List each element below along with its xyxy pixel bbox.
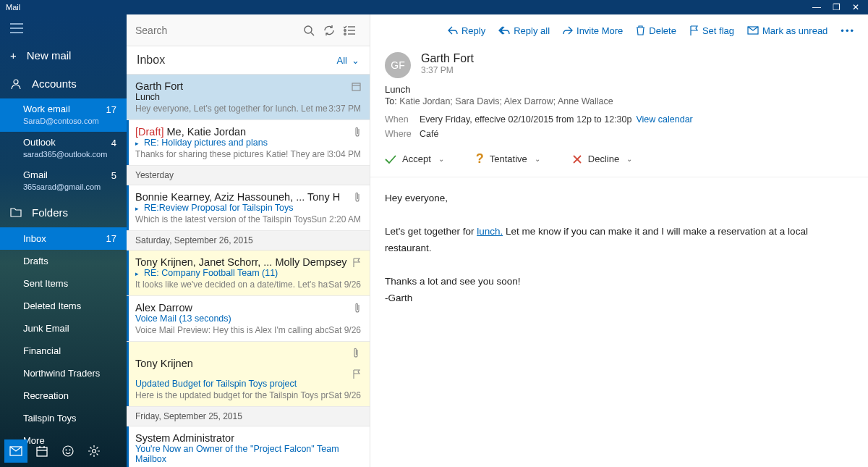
folder-label: Deleted Items <box>23 300 81 311</box>
sync-icon[interactable] <box>323 25 344 36</box>
action-bar: Reply Reply all Invite More Delete Set f… <box>370 14 868 46</box>
message-item[interactable]: Bonnie Kearney, Aziz Hassouneh, ... Tony… <box>127 185 370 231</box>
message-item[interactable]: System AdministratorYou're Now an Owner … <box>127 426 370 467</box>
sender-name: Garth Fort <box>421 52 474 65</box>
account-item[interactable]: Outlooksarad365@outlook.com4 <box>0 132 127 165</box>
message-item[interactable]: Garth FortLunchHey everyone, Let's get t… <box>127 75 370 120</box>
filter-dropdown[interactable]: All⌄ <box>337 55 359 66</box>
folder-item[interactable]: Northwind Traders <box>0 362 127 384</box>
message-body: Hey everyone, Let's get together for lun… <box>370 177 868 320</box>
folder-label: Tailspin Toys <box>23 413 76 424</box>
when-label: When <box>385 114 420 125</box>
avatar: GF <box>385 52 411 78</box>
message-subject: You're Now an Owner of the "Project Falc… <box>135 444 361 464</box>
folder-count: 17 <box>106 233 116 244</box>
folder-item[interactable]: Sent Items <box>0 272 127 295</box>
message-from: Garth Fort <box>135 80 183 92</box>
decline-button[interactable]: Decline⌄ <box>572 153 632 164</box>
calendar-icon[interactable] <box>30 439 54 463</box>
folders-header: Folders <box>0 198 127 227</box>
maximize-icon[interactable]: ❐ <box>833 2 841 12</box>
mail-icon[interactable] <box>4 439 27 463</box>
message-subject: Lunch <box>135 92 361 102</box>
sidebar: + New mail Accounts Work emailSaraD@cont… <box>0 14 127 467</box>
account-item[interactable]: Work emailSaraD@contoso.com17 <box>0 98 127 132</box>
message-preview: It looks like we've decided on a date/ti… <box>135 279 328 290</box>
feedback-icon[interactable] <box>56 439 80 463</box>
tentative-button[interactable]: ?Tentative⌄ <box>476 151 540 167</box>
folder-item[interactable]: Inbox17 <box>0 227 127 250</box>
message-time: 3:04 PM <box>328 149 361 159</box>
delete-button[interactable]: Delete <box>636 25 676 36</box>
message-item[interactable]: Tony Krijnen, Janet Schorr, ... Molly De… <box>127 251 370 296</box>
search-input[interactable] <box>135 25 303 36</box>
message-subject: Updated Budget for Tailspin Toys project <box>135 379 361 389</box>
message-from: [Draft] Me, Katie Jordan <box>135 126 246 138</box>
more-actions-button[interactable]: ••• <box>841 25 855 36</box>
minimize-icon[interactable]: — <box>812 2 821 12</box>
reading-pane: Reply Reply all Invite More Delete Set f… <box>370 14 868 467</box>
message-preview: Thanks for sharing these pictures Katie!… <box>135 149 328 159</box>
message-preview: Which is the latest version of the Tails… <box>135 214 311 224</box>
folders-label: Folders <box>32 206 68 219</box>
message-from: Tony Krijnen <box>135 358 193 369</box>
folder-item[interactable]: Tailspin Toys <box>0 407 127 429</box>
message-from: Tony Krijnen, Janet Schorr, ... Molly De… <box>135 256 347 268</box>
message-indicator-icon <box>352 348 361 379</box>
account-item[interactable]: Gmail365sarad@gmail.com5 <box>0 164 127 198</box>
message-subject: RE:Review Proposal for Tailspin Toys <box>135 203 361 213</box>
account-count: 4 <box>111 136 116 150</box>
message-indicator-icon <box>352 258 361 267</box>
message-item[interactable]: [Draft] Me, Katie JordanRE: Holiday pict… <box>127 120 370 166</box>
chevron-down-icon: ⌄ <box>352 55 359 66</box>
reply-all-button[interactable]: Reply all <box>498 25 550 36</box>
chevron-down-icon: ⌄ <box>626 155 632 163</box>
chevron-down-icon: ⌄ <box>535 155 540 163</box>
folder-item[interactable]: Financial <box>0 340 127 362</box>
accounts-header: Accounts <box>0 69 127 98</box>
title-bar: Mail — ❐ ✕ <box>0 0 868 14</box>
body-link[interactable]: lunch. <box>477 226 503 237</box>
close-icon[interactable]: ✕ <box>852 2 859 12</box>
svg-point-9 <box>63 446 73 456</box>
select-mode-icon[interactable] <box>344 25 364 35</box>
set-flag-button[interactable]: Set flag <box>689 25 734 36</box>
message-subject: RE: Holiday pictures and plans <box>135 138 361 148</box>
new-mail-button[interactable]: + New mail <box>0 42 127 69</box>
message-subject: Voice Mail (13 seconds) <box>135 314 361 324</box>
invite-more-button[interactable]: Invite More <box>563 25 623 36</box>
svg-rect-20 <box>352 83 360 91</box>
svg-point-18 <box>344 29 346 30</box>
folder-item[interactable]: Recreation <box>0 384 127 407</box>
search-icon[interactable] <box>303 25 323 36</box>
where-label: Where <box>385 129 420 139</box>
message-subject: Lunch <box>370 84 868 95</box>
folder-icon <box>10 207 22 217</box>
where-value: Café <box>420 129 438 139</box>
svg-rect-5 <box>37 447 47 456</box>
accept-button[interactable]: Accept⌄ <box>385 153 444 164</box>
folder-item[interactable]: Drafts <box>0 250 127 272</box>
message-list-panel: Inbox All⌄ Garth FortLunchHey everyone, … <box>127 14 370 467</box>
folder-title: Inbox <box>137 54 165 67</box>
message-time: Sat 9/26 <box>328 279 361 290</box>
settings-icon[interactable] <box>82 439 106 463</box>
message-item[interactable]: Tony Krijnen Updated Budget for Tailspin… <box>127 342 370 407</box>
mark-unread-button[interactable]: Mark as unread <box>747 25 827 36</box>
folder-item[interactable]: Deleted Items <box>0 295 127 317</box>
message-time: Sat 9/26 <box>328 325 361 335</box>
account-count: 5 <box>111 169 116 182</box>
message-indicator-icon <box>352 82 361 91</box>
sent-time: 3:37 PM <box>421 65 474 75</box>
person-icon <box>10 78 22 90</box>
message-preview: Voice Mail Preview: Hey this is Alex I'm… <box>135 325 328 335</box>
reply-button[interactable]: Reply <box>448 25 485 36</box>
hamburger-icon[interactable] <box>0 14 127 42</box>
when-value: Every Friday, effecive 02/10/2015 from 1… <box>420 114 631 125</box>
message-time: 3:37 PM <box>328 104 361 114</box>
folder-item[interactable]: Junk Email <box>0 317 127 340</box>
message-preview: Here is the updated budget for the Tails… <box>135 390 328 400</box>
message-item[interactable]: Alex DarrowVoice Mail (13 seconds)Voice … <box>127 296 370 342</box>
view-calendar-link[interactable]: View calendar <box>636 114 692 125</box>
svg-point-19 <box>344 33 346 34</box>
